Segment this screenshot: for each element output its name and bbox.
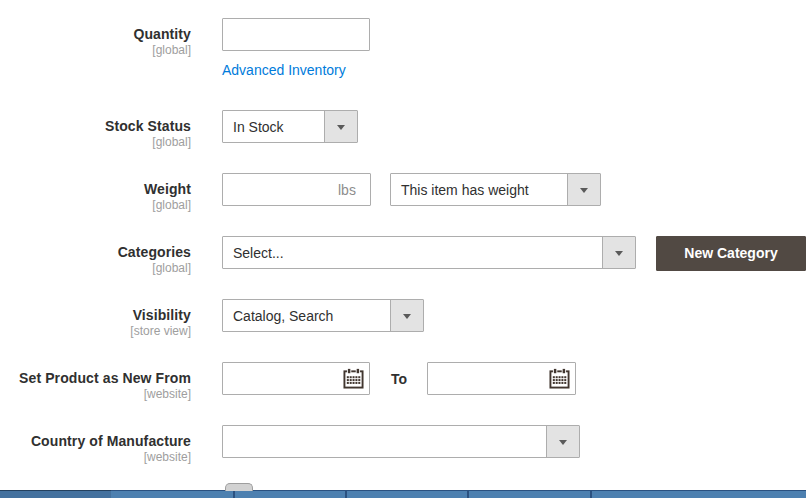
stock-status-select[interactable]: In Stock — [222, 110, 358, 143]
categories-value: Select... — [233, 245, 284, 261]
categories-scope: [global] — [0, 261, 191, 276]
country-select[interactable] — [222, 425, 580, 458]
weight-type-value: This item has weight — [401, 182, 529, 198]
new-category-button[interactable]: New Category — [656, 236, 806, 271]
weight-type-select[interactable]: This item has weight — [390, 173, 601, 206]
categories-dropdown-button[interactable] — [602, 237, 635, 268]
quantity-input[interactable] — [222, 18, 370, 51]
visibility-label-block: Visibility [store view] — [0, 306, 191, 339]
set-new-scope: [website] — [0, 387, 191, 402]
stock-status-dropdown-button[interactable] — [324, 111, 357, 142]
visibility-dropdown-button[interactable] — [390, 300, 423, 331]
blue-strip — [0, 490, 806, 498]
quantity-label-block: Quantity [global] — [0, 25, 191, 58]
new-to-date-input[interactable] — [428, 363, 538, 394]
visibility-scope: [store view] — [0, 324, 191, 339]
categories-select[interactable]: Select... — [222, 236, 636, 269]
country-scope: [website] — [0, 450, 191, 465]
stock-status-label: Stock Status — [0, 117, 191, 135]
weight-unit-label: lbs — [338, 182, 356, 198]
quantity-scope: [global] — [0, 43, 191, 58]
to-label: To — [391, 370, 407, 388]
visibility-value: Catalog, Search — [233, 308, 333, 324]
stock-status-scope: [global] — [0, 135, 191, 150]
new-from-calendar-button[interactable] — [342, 368, 364, 390]
stock-status-value: In Stock — [233, 119, 284, 135]
blue-strip-dark-segment — [0, 490, 111, 498]
country-label: Country of Manufacture — [0, 432, 191, 450]
caret-down-icon — [615, 251, 623, 256]
caret-down-icon — [559, 440, 567, 445]
calendar-icon — [343, 368, 364, 389]
weight-label: Weight — [0, 180, 191, 198]
set-new-label: Set Product as New From — [0, 369, 191, 387]
strip-handle — [225, 483, 253, 491]
caret-down-icon — [403, 314, 411, 319]
new-to-calendar-button[interactable] — [548, 368, 570, 390]
new-from-date-input[interactable] — [223, 363, 333, 394]
to-label-block: To — [391, 370, 407, 388]
calendar-icon — [549, 368, 570, 389]
weight-label-block: Weight [global] — [0, 180, 191, 213]
new-from-date-field[interactable] — [222, 362, 370, 395]
weight-scope: [global] — [0, 198, 191, 213]
visibility-label: Visibility — [0, 306, 191, 324]
advanced-inventory-link[interactable]: Advanced Inventory — [222, 62, 346, 78]
caret-down-icon — [337, 125, 345, 130]
strip-divider — [590, 490, 592, 498]
country-dropdown-button[interactable] — [546, 426, 579, 457]
caret-down-icon — [580, 188, 588, 193]
country-label-block: Country of Manufacture [website] — [0, 432, 191, 465]
new-to-date-field[interactable] — [427, 362, 576, 395]
quantity-label: Quantity — [0, 25, 191, 43]
weight-type-dropdown-button[interactable] — [567, 174, 600, 205]
categories-label: Categories — [0, 243, 191, 261]
product-details-form: Quantity [global] Advanced Inventory Sto… — [0, 0, 806, 498]
strip-divider — [233, 490, 235, 498]
strip-divider — [467, 490, 469, 498]
stock-status-label-block: Stock Status [global] — [0, 117, 191, 150]
categories-label-block: Categories [global] — [0, 243, 191, 276]
set-new-label-block: Set Product as New From [website] — [0, 369, 191, 402]
visibility-select[interactable]: Catalog, Search — [222, 299, 424, 332]
strip-divider — [345, 490, 347, 498]
